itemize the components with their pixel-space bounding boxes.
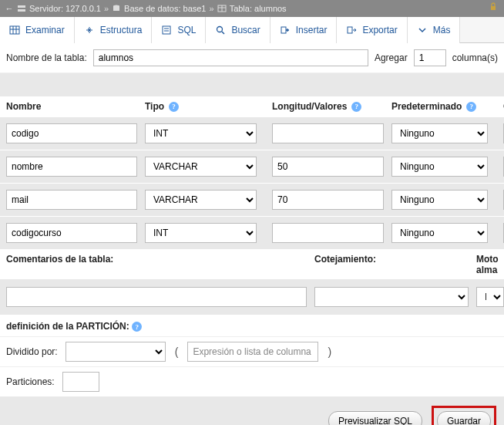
- dividido-label: Dividido por:: [6, 346, 58, 357]
- partition-header: definición de la PARTICIÓN: ?: [0, 315, 504, 337]
- field-type-select[interactable]: VARCHAR: [145, 157, 257, 177]
- preview-sql-button[interactable]: Previsualizar SQL: [328, 411, 422, 425]
- paren-close: ): [326, 346, 333, 358]
- action-bar: Previsualizar SQL Guardar: [0, 396, 504, 425]
- field-default-select[interactable]: Ninguno: [391, 157, 488, 177]
- field-default-select[interactable]: Ninguno: [391, 223, 488, 243]
- field-name-input[interactable]: [6, 223, 137, 243]
- tab-label: Buscar: [231, 25, 260, 35]
- svg-line-16: [222, 32, 224, 34]
- svg-rect-7: [491, 6, 496, 10]
- help-icon[interactable]: ?: [132, 322, 142, 332]
- breadcrumb: ← Servidor: 127.0.0.1 » Base de datos: b…: [0, 0, 504, 17]
- header-cotejamiento-full: Cotejamiento:: [314, 254, 476, 265]
- partition-by-select[interactable]: [66, 342, 166, 362]
- breadcrumb-table[interactable]: Tabla: alumnos: [230, 4, 287, 13]
- tab-examinar[interactable]: Examinar: [0, 17, 75, 43]
- field-row: VARCHAR Ninguno: [0, 183, 504, 216]
- field-length-input[interactable]: [272, 190, 384, 210]
- lock-icon: [489, 2, 498, 13]
- breadcrumb-database[interactable]: Base de datos: base1: [124, 4, 206, 13]
- columns-header: Nombre Tipo ? Longitud/Valores ? Predete…: [0, 96, 504, 116]
- field-type-select[interactable]: INT: [145, 223, 257, 243]
- tabs-bar: Examinar Estructura SQL Buscar Insertar …: [0, 17, 504, 43]
- tab-label: Insertar: [296, 25, 328, 35]
- tab-label: SQL: [177, 25, 196, 35]
- header-comentarios: Comentarios de la tabla:: [6, 254, 314, 265]
- partition-count-input[interactable]: [62, 372, 99, 392]
- table-icon: [217, 4, 227, 13]
- svg-point-15: [217, 27, 223, 32]
- sql-icon: [161, 25, 172, 35]
- table-engine-select[interactable]: Inn: [476, 287, 504, 307]
- header-longitud: Longitud/Valores: [272, 101, 347, 112]
- structure-icon: [84, 25, 95, 35]
- back-icon[interactable]: ←: [5, 4, 14, 13]
- tab-exportar[interactable]: Exportar: [337, 17, 407, 43]
- tab-insertar[interactable]: Insertar: [270, 17, 338, 43]
- table-name-input[interactable]: [93, 49, 368, 66]
- tab-sql[interactable]: SQL: [152, 17, 206, 43]
- partition-count-row: Particiones:: [0, 366, 504, 396]
- table-collation-select[interactable]: [314, 287, 469, 307]
- second-fields: Inn: [0, 279, 504, 315]
- particiones-label: Particiones:: [6, 376, 55, 387]
- field-type-select[interactable]: INT: [145, 123, 257, 143]
- tab-label: Más: [433, 25, 451, 35]
- second-header: Comentarios de la tabla: Cotejamiento: M…: [0, 249, 504, 279]
- tab-label: Estructura: [100, 25, 143, 35]
- help-icon[interactable]: ?: [351, 102, 361, 112]
- tab-buscar[interactable]: Buscar: [206, 17, 270, 43]
- help-icon[interactable]: ?: [466, 102, 476, 112]
- tab-mas[interactable]: Más: [408, 17, 461, 43]
- search-icon: [215, 25, 226, 35]
- tab-label: Examinar: [25, 25, 65, 35]
- insert-icon: [280, 25, 291, 35]
- save-highlight: Guardar: [432, 406, 496, 425]
- save-button[interactable]: Guardar: [437, 411, 491, 425]
- field-name-input[interactable]: [6, 157, 137, 177]
- field-default-select[interactable]: Ninguno: [391, 190, 488, 210]
- agregar-label: Agregar: [375, 52, 408, 63]
- svg-rect-0: [18, 5, 25, 8]
- svg-rect-1: [18, 9, 25, 12]
- svg-rect-8: [10, 26, 19, 34]
- table-comment-input[interactable]: [6, 287, 307, 307]
- svg-rect-12: [163, 26, 170, 34]
- tab-estructura[interactable]: Estructura: [75, 17, 153, 43]
- breadcrumb-sep: »: [104, 4, 109, 13]
- field-row: INT Ninguno: [0, 116, 504, 150]
- field-length-input[interactable]: [272, 123, 384, 143]
- header-tipo: Tipo: [145, 101, 164, 112]
- chevron-down-icon: [417, 25, 428, 35]
- field-name-input[interactable]: [6, 190, 137, 210]
- header-nombre: Nombre: [6, 101, 137, 112]
- database-icon: [112, 4, 121, 13]
- field-length-input[interactable]: [272, 223, 384, 243]
- export-icon: [346, 25, 357, 35]
- field-default-select[interactable]: Ninguno: [391, 123, 488, 143]
- tab-label: Exportar: [362, 25, 397, 35]
- breadcrumb-sep-2: »: [210, 4, 214, 13]
- server-icon: [17, 4, 26, 13]
- field-row: VARCHAR Ninguno: [0, 150, 504, 183]
- table-name-row: Nombre de la tabla: Agregar columna(s): [0, 43, 504, 73]
- breadcrumb-server[interactable]: Servidor: 127.0.0.1: [29, 4, 101, 13]
- browse-icon: [9, 25, 20, 35]
- svg-rect-18: [348, 27, 352, 33]
- field-length-input[interactable]: [272, 157, 384, 177]
- columnas-label: columna(s): [452, 52, 498, 63]
- agregar-input[interactable]: [414, 49, 446, 66]
- header-motor: Motoalma: [476, 254, 504, 276]
- help-icon[interactable]: ?: [169, 102, 179, 112]
- svg-rect-17: [281, 27, 286, 33]
- table-name-label: Nombre de la tabla:: [6, 52, 87, 63]
- field-row: INT Ninguno: [0, 216, 504, 249]
- header-predeterminado: Predeterminado: [391, 101, 462, 112]
- partition-expression-input[interactable]: [187, 342, 318, 362]
- field-type-select[interactable]: VARCHAR: [145, 190, 257, 210]
- svg-rect-3: [113, 6, 119, 11]
- partition-divide-row: Dividido por: ( ): [0, 336, 504, 366]
- paren-open: (: [173, 346, 180, 358]
- field-name-input[interactable]: [6, 123, 137, 143]
